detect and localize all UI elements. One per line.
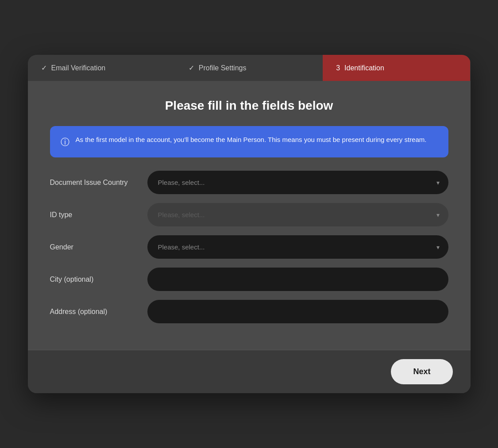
input-city[interactable] [147,268,448,291]
form-row-gender: Gender Please, select... Male Female Oth… [50,235,448,259]
form-row-address: Address (optional) [50,300,448,323]
info-banner: ⓘ As the first model in the account, you… [50,126,448,157]
stepper: ✓ Email Verification ✓ Profile Settings … [28,55,471,81]
info-banner-text: As the first model in the account, you'l… [76,135,427,145]
step-profile-settings: ✓ Profile Settings [175,55,323,81]
step-identification-label: Identification [344,64,384,72]
info-icon: ⓘ [61,135,69,149]
step-email-label: Email Verification [51,64,106,72]
select-document-issue-country[interactable]: Please, select... [147,171,448,194]
form-row-city: City (optional) [50,268,448,291]
step-identification: 3 Identification [323,55,470,81]
select-gender[interactable]: Please, select... Male Female Other [147,235,448,259]
label-address: Address (optional) [50,308,139,316]
check-icon-profile: ✓ [189,64,194,72]
input-address[interactable] [147,300,448,323]
page-title: Please fill in the fields below [50,99,448,113]
footer: Next [28,350,471,393]
main-container: ✓ Email Verification ✓ Profile Settings … [28,55,471,393]
step-email-verification: ✓ Email Verification [28,55,175,81]
step-number-identification: 3 [336,64,340,72]
select-wrapper-gender: Please, select... Male Female Other ▾ [147,235,448,259]
label-city: City (optional) [50,276,139,283]
step-profile-label: Profile Settings [199,64,247,72]
label-gender: Gender [50,243,139,251]
check-icon-email: ✓ [41,64,47,72]
label-id-type: ID type [50,211,139,219]
select-wrapper-id-type: Please, select... ▾ [147,203,448,226]
next-button[interactable]: Next [391,359,452,384]
main-content: Please fill in the fields below ⓘ As the… [28,81,471,350]
label-document-issue-country: Document Issue Country [50,179,139,187]
form-row-id-type: ID type Please, select... ▾ [50,203,448,226]
select-wrapper-document-issue-country: Please, select... ▾ [147,171,448,194]
form-row-document-issue-country: Document Issue Country Please, select...… [50,171,448,194]
select-id-type: Please, select... [147,203,448,226]
